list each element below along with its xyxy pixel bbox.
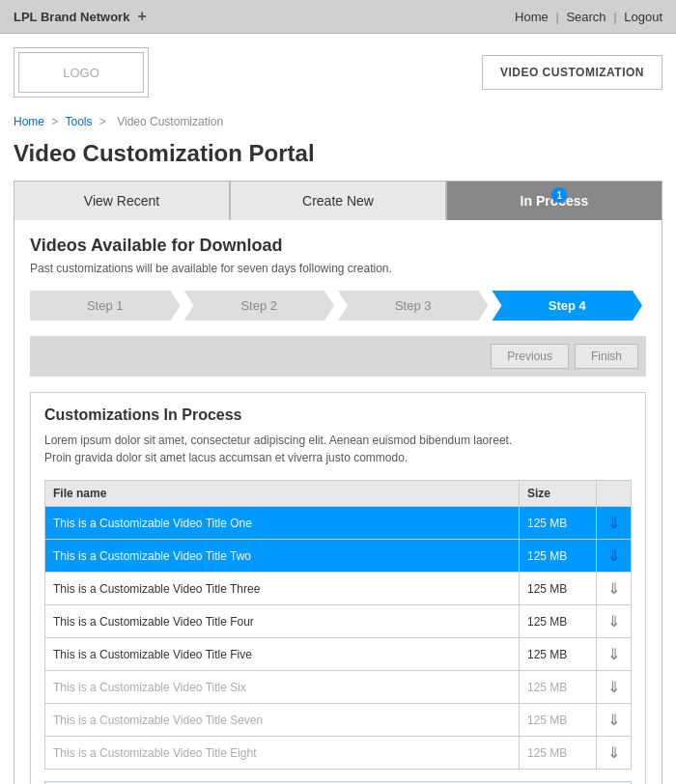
download-icon[interactable]: ⇓	[607, 579, 620, 598]
table-row: This is a Customizable Video Title Seven…	[45, 704, 632, 737]
step-3[interactable]: Step 3	[338, 291, 489, 321]
search-link[interactable]: Search	[566, 10, 606, 24]
nav-buttons: Previous Finish	[30, 336, 646, 377]
main-content: Videos Available for Download Past custo…	[14, 220, 662, 784]
file-table: File name Size This is a Customizable Vi…	[44, 480, 632, 770]
tab-in-process[interactable]: In Process 1	[446, 181, 662, 220]
file-name-cell: This is a Customizable Video Title Eight	[45, 737, 520, 770]
video-customization-button[interactable]: VIDEO CUSTOMIZATION	[482, 55, 662, 90]
download-cell[interactable]: ⇓	[597, 507, 632, 540]
top-nav: Home | Search | Logout	[515, 10, 662, 24]
download-icon[interactable]: ⇓	[607, 678, 620, 696]
step-2[interactable]: Step 2	[184, 291, 335, 321]
previous-button[interactable]: Previous	[491, 344, 569, 369]
customizations-title: Customizations In Process	[44, 406, 632, 424]
breadcrumb-tools[interactable]: Tools	[66, 115, 93, 128]
home-link[interactable]: Home	[515, 10, 549, 24]
logo-label: LOGO	[63, 66, 99, 80]
logout-link[interactable]: Logout	[624, 10, 662, 24]
download-cell[interactable]: ⇓	[597, 605, 632, 638]
breadcrumb: Home > Tools > Video Customization	[0, 111, 676, 132]
table-row: This is a Customizable Video Title Two12…	[45, 540, 632, 573]
table-row: This is a Customizable Video Title Three…	[45, 573, 632, 605]
file-size-cell: 125 MB	[520, 507, 597, 540]
file-size-cell: 125 MB	[520, 671, 597, 704]
file-size-cell: 125 MB	[520, 737, 597, 770]
tab-create-new[interactable]: Create New	[230, 181, 446, 220]
tab-bar: View Recent Create New In Process 1	[14, 181, 662, 220]
file-name-cell: This is a Customizable Video Title Five	[45, 638, 520, 671]
section-desc: Past customizations will be available fo…	[30, 262, 646, 275]
download-cell[interactable]: ⇓	[597, 540, 632, 573]
step-1[interactable]: Step 1	[30, 291, 181, 321]
top-bar: LPL Brand Network + Home | Search | Logo…	[0, 0, 676, 34]
download-cell[interactable]: ⇓	[597, 573, 632, 605]
file-name-cell: This is a Customizable Video Title Three	[45, 573, 520, 605]
logo-box: LOGO	[14, 47, 149, 98]
file-size-cell: 125 MB	[520, 605, 597, 638]
brand-name: LPL Brand Network	[14, 10, 129, 24]
page-title: Video Customization Portal	[0, 132, 676, 181]
tab-view-recent[interactable]: View Recent	[14, 181, 230, 220]
table-row: This is a Customizable Video Title Four1…	[45, 605, 632, 638]
add-icon[interactable]: +	[137, 8, 146, 25]
breadcrumb-current: Video Customization	[117, 115, 223, 128]
step-4[interactable]: Step 4	[493, 291, 643, 321]
file-name-cell: This is a Customizable Video Title Two	[45, 540, 520, 573]
file-size-cell: 125 MB	[520, 638, 597, 671]
file-name-cell: This is a Customizable Video Title One	[45, 507, 520, 540]
file-size-cell: 125 MB	[520, 573, 597, 605]
col-header-dl	[597, 481, 632, 507]
customizations-desc: Lorem ipsum dolor sit amet, consectetur …	[44, 432, 632, 466]
download-icon[interactable]: ⇓	[607, 514, 620, 532]
finish-button[interactable]: Finish	[575, 344, 638, 369]
download-icon[interactable]: ⇓	[607, 612, 620, 630]
download-icon[interactable]: ⇓	[607, 546, 620, 565]
download-icon[interactable]: ⇓	[607, 645, 620, 663]
customizations-box: Customizations In Process Lorem ipsum do…	[30, 392, 646, 784]
file-name-cell: This is a Customizable Video Title Four	[45, 605, 520, 638]
file-name-cell: This is a Customizable Video Title Seven	[45, 704, 520, 737]
col-header-filename: File name	[45, 481, 520, 507]
table-row: This is a Customizable Video Title One12…	[45, 507, 632, 540]
table-row: This is a Customizable Video Title Eight…	[45, 737, 632, 770]
file-size-cell: 125 MB	[520, 540, 597, 573]
download-cell[interactable]: ⇓	[597, 671, 632, 704]
download-cell[interactable]: ⇓	[597, 704, 632, 737]
col-header-size: Size	[520, 481, 597, 507]
download-icon[interactable]: ⇓	[607, 743, 620, 762]
download-icon[interactable]: ⇓	[607, 711, 620, 729]
steps-bar: Step 1 Step 2 Step 3 Step 4	[30, 291, 646, 321]
table-row: This is a Customizable Video Title Five1…	[45, 638, 632, 671]
file-size-cell: 125 MB	[520, 704, 597, 737]
download-cell[interactable]: ⇓	[597, 737, 632, 770]
section-title: Videos Available for Download	[30, 236, 646, 256]
logo-bar: LOGO VIDEO CUSTOMIZATION	[0, 34, 676, 111]
download-cell[interactable]: ⇓	[597, 638, 632, 671]
table-row: This is a Customizable Video Title Six12…	[45, 671, 632, 704]
file-name-cell: This is a Customizable Video Title Six	[45, 671, 520, 704]
brand-area: LPL Brand Network +	[14, 8, 147, 25]
breadcrumb-home[interactable]: Home	[14, 115, 44, 128]
